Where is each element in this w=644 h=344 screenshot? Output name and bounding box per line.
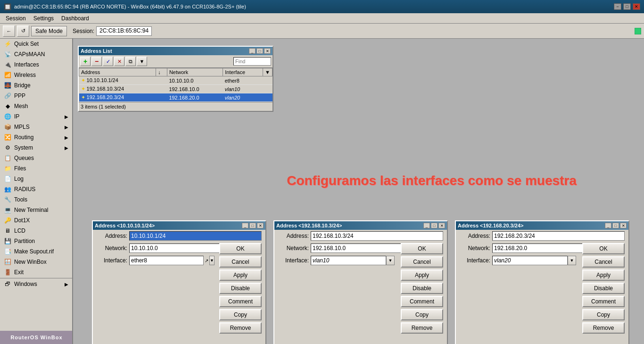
close-button[interactable]: ✕ xyxy=(633,3,640,10)
sidebar-item-mpls[interactable]: 📦 MPLS ▶ xyxy=(0,122,72,132)
sidebar-item-log[interactable]: 📄 Log xyxy=(0,174,72,184)
edit3-close-btn[interactable]: ✕ xyxy=(620,223,627,228)
addr-edit-1-interface-dropdown-btn[interactable]: ▼ xyxy=(209,256,215,265)
addr-edit-1-ok-btn[interactable]: OK xyxy=(219,243,262,254)
addr-edit-1-apply-btn[interactable]: Apply xyxy=(219,269,262,281)
maximize-button[interactable]: □ xyxy=(623,3,631,10)
addr-edit-3-interface-dropdown-btn[interactable]: ▼ xyxy=(568,256,576,265)
addr-edit-3-remove-btn[interactable]: Remove xyxy=(582,322,625,334)
sidebar-item-exit[interactable]: 🚪 Exit xyxy=(0,267,72,277)
back-button[interactable]: ← xyxy=(3,25,15,37)
row1-address: ✦ 10.10.10.1/24 xyxy=(79,76,156,85)
addr-list-minimize-btn[interactable]: _ xyxy=(249,48,256,54)
menu-settings[interactable]: Settings xyxy=(30,14,58,23)
addr-edit-3-disable-btn[interactable]: Disable xyxy=(582,283,625,294)
edit1-close-btn[interactable]: ✕ xyxy=(257,223,264,228)
sidebar-label-new-terminal: New Terminal xyxy=(14,207,48,213)
addr-add-btn[interactable]: + xyxy=(80,57,91,66)
sidebar-item-new-terminal[interactable]: 💻 New Terminal xyxy=(0,205,72,215)
addr-edit-3-ok-btn[interactable]: OK xyxy=(582,243,625,254)
sidebar-item-capsman[interactable]: 📡 CAPsMAAN xyxy=(0,49,72,59)
sidebar-label-mesh: Mesh xyxy=(14,103,28,109)
edit1-minimize-btn[interactable]: _ xyxy=(242,223,248,228)
addr-edit-3-address-input[interactable] xyxy=(492,231,625,241)
addr-edit-1-comment-btn[interactable]: Comment xyxy=(219,296,262,307)
addr-edit-1-cancel-btn[interactable]: Cancel xyxy=(219,256,262,268)
edit2-restore-btn[interactable]: □ xyxy=(431,223,438,228)
sidebar-item-queues[interactable]: 📋 Queues xyxy=(0,153,72,163)
col-interface: Interface xyxy=(223,68,263,76)
edit3-restore-btn[interactable]: □ xyxy=(612,223,619,228)
sidebar-item-quick-set[interactable]: ⚡ Quick Set xyxy=(0,39,72,49)
minimize-button[interactable]: − xyxy=(614,3,621,10)
addr-edit-2-interface-dropdown-btn[interactable]: ▼ xyxy=(386,256,395,265)
table-row-selected[interactable]: ✦ 192.168.20.3/24 192.168.20.0 vlan20 xyxy=(79,93,272,102)
edit2-close-btn[interactable]: ✕ xyxy=(438,223,445,228)
addr-edit-1-copy-btn[interactable]: Copy xyxy=(219,309,262,320)
edit1-restore-btn[interactable]: □ xyxy=(249,223,256,228)
addr-edit-2-ok-btn[interactable]: OK xyxy=(401,243,443,254)
sidebar-item-bridge[interactable]: 🌉 Bridge xyxy=(0,80,72,91)
addr-edit-1-address-input[interactable] xyxy=(129,231,262,241)
addr-edit-1-address-label: Address: xyxy=(97,233,127,239)
row2-network: 192.168.10.0 xyxy=(167,85,223,93)
addr-list-close-btn[interactable]: ✕ xyxy=(264,48,271,54)
addr-edit-2-interface-input[interactable] xyxy=(311,256,386,265)
addr-find-input[interactable] xyxy=(233,57,271,66)
files-icon: 📁 xyxy=(4,165,11,172)
addr-edit-2-address-input[interactable] xyxy=(311,231,443,241)
sidebar-item-dot1x[interactable]: 🔑 Dot1X xyxy=(0,215,72,226)
edit3-minimize-btn[interactable]: _ xyxy=(605,223,611,228)
sidebar-item-radius[interactable]: 👥 RADIUS xyxy=(0,184,72,194)
sidebar-item-ip[interactable]: 🌐 IP ▶ xyxy=(0,111,72,122)
addr-edit-2-copy-btn[interactable]: Copy xyxy=(401,309,443,320)
table-row[interactable]: ✦ 192.168.10.3/24 192.168.10.0 vlan10 xyxy=(79,85,272,93)
safe-mode-button[interactable]: Safe Mode xyxy=(31,26,67,36)
sidebar-item-make-supout[interactable]: 📑 Make Supout.rif xyxy=(0,246,72,257)
addr-edit-3-apply-btn[interactable]: Apply xyxy=(582,269,625,281)
addr-enable-btn[interactable]: ✓ xyxy=(103,57,113,66)
sidebar-item-files[interactable]: 📁 Files xyxy=(0,163,72,174)
addr-edit-3-cancel-btn[interactable]: Cancel xyxy=(582,256,625,268)
sidebar-label-make-supout: Make Supout.rif xyxy=(14,248,54,255)
sidebar-item-windows[interactable]: 🗗 Windows ▶ xyxy=(0,279,72,289)
edit2-minimize-btn[interactable]: _ xyxy=(423,223,430,228)
addr-remove-btn[interactable]: − xyxy=(91,57,102,66)
addr-edit-2-comment-btn[interactable]: Comment xyxy=(401,296,443,307)
addr-edit-1-remove-btn[interactable]: Remove xyxy=(219,322,262,334)
addr-edit-1-interface-input[interactable] xyxy=(129,256,204,265)
refresh-button[interactable]: ↺ xyxy=(17,25,29,37)
addr-edit-2-remove-btn[interactable]: Remove xyxy=(401,322,443,334)
addr-edit-2-apply-btn[interactable]: Apply xyxy=(401,269,443,281)
menu-dashboard[interactable]: Dashboard xyxy=(58,14,93,23)
table-row[interactable]: ✦ 10.10.10.1/24 10.10.10.0 ether8 xyxy=(79,76,272,85)
sidebar-item-new-winbox[interactable]: 🪟 New WinBox xyxy=(0,257,72,267)
addr-filter-btn[interactable]: ▼ xyxy=(137,57,147,66)
lcd-icon: 🖥 xyxy=(4,227,11,235)
sidebar-item-interfaces[interactable]: 🔌 Interfaces xyxy=(0,59,72,70)
sidebar-item-system[interactable]: ⚙ System ▶ xyxy=(0,143,72,153)
bridge-icon: 🌉 xyxy=(4,82,11,89)
addr-edit-1-disable-btn[interactable]: Disable xyxy=(219,283,262,294)
ip-icon: 🌐 xyxy=(4,113,11,120)
row3-network: 192.168.20.0 xyxy=(167,93,223,102)
sidebar-item-tools[interactable]: 🔧 Tools xyxy=(0,194,72,205)
sidebar-item-lcd[interactable]: 🖥 LCD xyxy=(0,226,72,236)
sidebar-item-partition[interactable]: 💾 Partition xyxy=(0,236,72,246)
addr-edit-2-cancel-btn[interactable]: Cancel xyxy=(401,256,443,268)
addr-copy-btn[interactable]: ⧉ xyxy=(125,57,136,66)
addr-edit-3-copy-btn[interactable]: Copy xyxy=(582,309,625,320)
sidebar-item-ppp[interactable]: 🔗 PPP xyxy=(0,91,72,101)
addr-edit-3-comment-btn[interactable]: Comment xyxy=(582,296,625,307)
sidebar-item-mesh[interactable]: ◆ Mesh xyxy=(0,101,72,111)
sidebar-item-wireless[interactable]: 📶 Wireless xyxy=(0,70,72,80)
sidebar-item-routing[interactable]: 🔀 Routing ▶ xyxy=(0,132,72,143)
addr-list-restore-btn[interactable]: □ xyxy=(256,48,263,54)
status-light xyxy=(635,28,641,34)
sidebar-label-new-winbox: New WinBox xyxy=(14,259,47,265)
addr-disable-btn[interactable]: ✕ xyxy=(114,57,124,66)
col-network: Network xyxy=(167,68,223,76)
addr-edit-2-disable-btn[interactable]: Disable xyxy=(401,283,443,294)
addr-edit-3-interface-input[interactable] xyxy=(492,256,568,265)
menu-session[interactable]: Session xyxy=(2,14,30,23)
